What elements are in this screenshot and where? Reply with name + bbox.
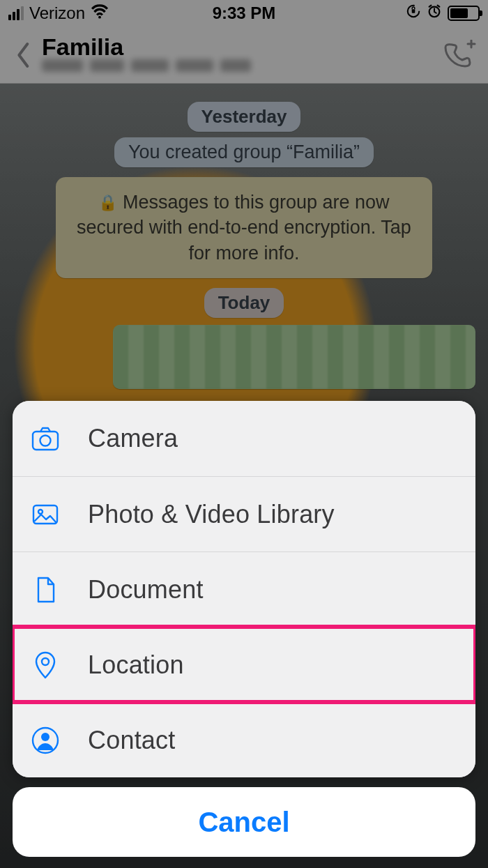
date-pill-today: Today — [204, 288, 284, 318]
sheet-item-photo-library[interactable]: Photo & Video Library — [13, 476, 475, 551]
system-message-created: You created group “Familia” — [114, 137, 374, 167]
svg-point-10 — [41, 733, 49, 741]
svg-point-8 — [42, 658, 49, 665]
call-button[interactable] — [439, 36, 478, 75]
carrier-label: Verizon — [29, 3, 85, 23]
wifi-icon — [91, 3, 109, 23]
sheet-item-label: Contact — [88, 726, 175, 755]
screen: Verizon 9:33 PM Familia — [0, 0, 488, 868]
camera-icon — [28, 421, 63, 456]
contact-icon — [28, 723, 63, 758]
cancel-button[interactable]: Cancel — [13, 787, 475, 857]
sheet-item-label: Document — [88, 575, 204, 604]
sheet-item-label: Location — [88, 650, 184, 680]
sheet-item-label: Camera — [88, 424, 178, 453]
encryption-notice[interactable]: 🔒 Messages to this group are now secured… — [56, 177, 432, 278]
alarm-icon — [427, 3, 442, 23]
message-bubble-redacted — [113, 325, 475, 389]
svg-point-5 — [40, 436, 51, 446]
document-icon — [28, 572, 63, 607]
sheet-item-document[interactable]: Document — [13, 551, 475, 627]
photo-icon — [28, 497, 63, 532]
sheet-item-label: Photo & Video Library — [88, 500, 335, 529]
cancel-label: Cancel — [198, 807, 289, 838]
date-pill-yesterday: Yesterday — [188, 102, 301, 132]
encryption-text: Messages to this group are now secured w… — [77, 192, 411, 264]
svg-rect-2 — [412, 9, 415, 13]
chat-header: Familia — [0, 26, 488, 84]
sheet-item-location[interactable]: Location — [13, 627, 475, 702]
action-sheet-layer: Camera Photo & Video Library Document Lo… — [0, 401, 488, 868]
attachment-action-sheet: Camera Photo & Video Library Document Lo… — [13, 401, 475, 777]
svg-rect-4 — [33, 432, 58, 450]
chat-title: Familia — [42, 35, 251, 60]
back-button[interactable] — [6, 37, 42, 73]
svg-point-0 — [98, 16, 101, 19]
lock-icon: 🔒 — [98, 194, 117, 211]
location-icon — [28, 648, 63, 683]
svg-point-7 — [38, 510, 43, 514]
chat-body[interactable]: Yesterday You created group “Familia” 🔒 … — [0, 84, 488, 389]
battery-icon — [448, 6, 480, 21]
sheet-item-contact[interactable]: Contact — [13, 702, 475, 777]
chat-title-button[interactable]: Familia — [42, 35, 251, 75]
orientation-lock-icon — [406, 3, 421, 23]
sheet-item-camera[interactable]: Camera — [13, 401, 475, 476]
signal-icon — [8, 6, 24, 20]
status-bar: Verizon 9:33 PM — [0, 0, 488, 26]
chat-members-subtitle — [42, 59, 251, 75]
